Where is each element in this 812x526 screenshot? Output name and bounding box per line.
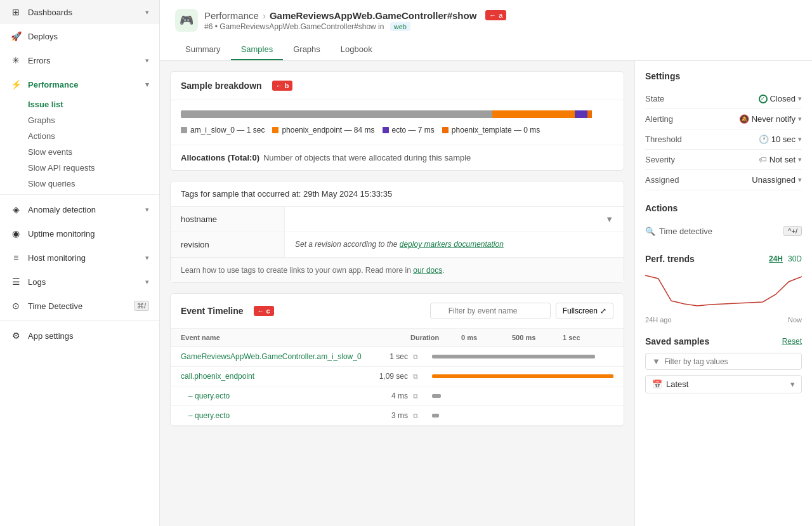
sidebar-item-label: Time Detective [28,301,82,311]
breadcrumb-start: Performance [204,10,259,21]
chart-label-start: 24H ago [645,316,672,324]
chevron-icon: ▾ [798,95,802,103]
timeline-bar-cell [432,374,613,378]
perf-trend-svg [645,269,802,313]
sidebar-item-logs[interactable]: ☰ Logs ▾ [0,270,159,294]
legend-dot [272,127,278,133]
event-search-wrap: 🔍 [430,303,551,319]
sidebar-item-app-settings[interactable]: ⚙ App settings [0,324,159,348]
chevron-icon: ▾ [798,176,802,184]
anomaly-icon: ◈ [10,204,22,215]
breakdown-bar [181,110,613,118]
event-duration: 3 ms [362,411,413,420]
breadcrumb-end: GameReviewsAppWeb.GameController#show [270,10,476,21]
sidebar-item-anomaly-detection[interactable]: ◈ Anomaly detection ▾ [0,197,159,221]
event-name-link[interactable]: GameReviewsAppWeb.GameController.am_i_sl… [181,352,362,361]
sidebar-item-performance[interactable]: ⚡ Performance ▾ [0,72,159,96]
breadcrumb: Performance › GameReviewsAppWeb.GameCont… [204,10,506,21]
event-name-link[interactable]: – query.ecto [181,411,362,420]
event-name-link[interactable]: call.phoenix_endpoint [181,372,362,381]
legend-item-ecto: ecto — 7 ms [383,126,435,135]
action-label: 🔍 Time detective [645,227,712,236]
tab-graphs[interactable]: Graphs [283,39,331,60]
fullscreen-button[interactable]: Fullscreen ⤢ [556,303,613,319]
saved-samples-section: Saved samples Reset ▼ 📅 Latest ▾ [645,336,802,393]
filter-by-tag-input[interactable] [664,357,795,366]
deploy-markers-link[interactable]: deploy markers documentation [400,240,504,249]
sidebar-item-slow-events[interactable]: Slow events [28,144,159,160]
chevron-down-icon: ▾ [145,206,149,214]
setting-val-alerting[interactable]: 🔕 Never notify ▾ [739,114,802,124]
perf-link-30d[interactable]: 30D [788,254,802,263]
setting-val-severity[interactable]: 🏷 Not set ▾ [759,155,802,164]
sidebar-item-errors[interactable]: ✳ Errors ▾ [0,48,159,72]
filter-icon: ▼ [652,357,660,366]
sidebar-item-slow-api[interactable]: Slow API requests [28,160,159,176]
cal-icon: 📅 [652,379,662,389]
table-row: – query.ecto3 ms⧉ [171,406,624,426]
chevron-icon: ▾ [798,155,802,164]
filter-icon[interactable]: ▼ [595,207,624,232]
legend-dot [181,127,187,133]
latest-dropdown[interactable]: 📅 Latest ▾ [645,375,802,393]
sidebar-item-dashboards[interactable]: ⊞ Dashboards ▾ [0,0,159,24]
bell-off-icon: 🔕 [739,114,749,124]
copy-icon[interactable]: ⧉ [413,392,432,400]
annotation-badge-a: ← a [485,10,506,20]
event-duration: 1 sec [362,352,413,361]
tag-val-revision: Set a revision according to the deploy m… [285,232,624,257]
sidebar-item-slow-queries[interactable]: Slow queries [28,176,159,192]
content-area: Sample breakdown ← b am_i_slow_0 — 1 sec… [160,61,812,526]
sample-breakdown-header: Sample breakdown ← b [171,72,624,100]
dashboards-icon: ⊞ [10,6,22,18]
event-duration: 1,09 sec [362,372,413,381]
setting-val-state[interactable]: Closed ▾ [759,94,802,103]
timeline-bar-cell [432,394,613,398]
latest-label: Latest [666,379,688,389]
sidebar-item-deploys[interactable]: 🚀 Deploys [0,24,159,48]
setting-label-alerting: Alerting [645,114,673,124]
logs-icon: ☰ [10,276,22,287]
tag-row-revision: revision Set a revision according to the… [171,232,624,258]
legend-item-phoenix_endpoint: phoenix_endpoint — 84 ms [272,126,374,135]
setting-val-assigned[interactable]: Unassigned ▾ [752,175,802,185]
copy-icon[interactable]: ⧉ [413,353,432,361]
sidebar-item-label: Logs [28,277,46,287]
tab-logbook[interactable]: Logbook [331,39,383,60]
sidebar-item-uptime[interactable]: ◉ Uptime monitoring [0,221,159,246]
our-docs-link[interactable]: our docs [413,266,442,275]
annotation-badge-c: ← c [254,306,274,316]
event-name-link[interactable]: – query.ecto [181,391,362,400]
copy-icon[interactable]: ⧉ [413,372,432,381]
sidebar-item-host-monitoring[interactable]: ≡ Host monitoring ▾ [0,246,159,270]
bar-segment-ecto [575,110,587,118]
chevron-icon: ▾ [798,135,802,143]
event-timeline-card: Event Timeline ← c 🔍 Fullscreen ⤢ [170,293,624,426]
allocations-row: Allocations (Total:0) Number of objects … [171,145,624,170]
main-panel: Sample breakdown ← b am_i_slow_0 — 1 sec… [160,61,634,526]
main-content: 🎮 Performance › GameReviewsAppWeb.GameCo… [160,0,812,526]
setting-val-threshold[interactable]: 🕐 10 sec ▾ [759,135,802,144]
tab-summary[interactable]: Summary [175,39,231,60]
setting-row-threshold: Threshold 🕐 10 sec ▾ [645,129,802,150]
event-duration: 4 ms [362,391,413,400]
tag-key-hostname: hostname [171,207,285,232]
sidebar-item-issue-list[interactable]: Issue list [28,96,159,112]
sidebar-item-actions[interactable]: Actions [28,128,159,144]
reset-link[interactable]: Reset [782,337,802,346]
sidebar-item-time-detective[interactable]: ⊙ Time Detective ⌘/ [0,294,159,318]
perf-link-24h[interactable]: 24H [769,254,783,263]
setting-row-severity: Severity 🏷 Not set ▾ [645,150,802,170]
action-kbd[interactable]: ^+/ [783,226,802,236]
sidebar-item-graphs[interactable]: Graphs [28,112,159,128]
sample-breakdown-body: am_i_slow_0 — 1 secphoenix_endpoint — 84… [171,100,624,145]
col-1sec: 1 sec [563,334,613,341]
chevron-icon: ▾ [798,115,802,123]
event-search-input[interactable] [430,303,551,319]
copy-icon[interactable]: ⧉ [413,412,432,420]
legend-item-am_i_slow_0: am_i_slow_0 — 1 sec [181,126,265,135]
tag-icon: 🏷 [759,155,767,164]
tab-samples[interactable]: Samples [231,39,284,60]
tag-key-revision: revision [171,232,285,257]
tags-note: Learn how to use tags to create links to… [171,258,624,282]
